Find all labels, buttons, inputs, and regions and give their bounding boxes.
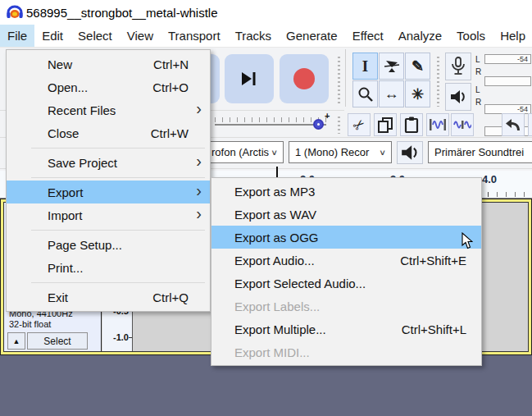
speaker-icon (400, 144, 420, 162)
menu-item-label: New (48, 57, 72, 71)
recording-meter-scale: -54 (517, 55, 528, 63)
menu-item-label: Page Setup... (48, 238, 122, 252)
copy-button[interactable] (374, 113, 397, 136)
menu-item-export-as-wav[interactable]: Export as WAV (211, 203, 481, 226)
scissors-icon: ✂ (349, 114, 369, 135)
zoom-tool-icon (357, 86, 374, 103)
toolbar-grip[interactable] (336, 53, 342, 105)
recording-meter-button[interactable] (445, 53, 471, 80)
menu-item-shortcut: Ctrl+N (153, 57, 200, 71)
trim-audio-button[interactable] (426, 113, 449, 136)
zoom-tool-button[interactable] (352, 80, 378, 107)
menu-item-save-project[interactable]: Save Project › (7, 151, 210, 174)
trim-audio-icon (429, 117, 447, 132)
menu-item-export-as-ogg[interactable]: Export as OGG (211, 226, 481, 249)
playback-device-combo[interactable]: Primärer Soundtrei (428, 141, 532, 163)
toolbar-grip[interactable] (435, 53, 441, 108)
file-menu: New Ctrl+N Open... Ctrl+O Recent Files ›… (6, 49, 211, 312)
menu-item-shortcut: Ctrl+W (151, 126, 200, 140)
playback-meter-button[interactable] (445, 83, 471, 111)
menubar-item-select[interactable]: Select (70, 25, 120, 47)
menu-item-print[interactable]: Print... (7, 256, 210, 279)
menu-item-exit[interactable]: Exit Ctrl+Q (7, 286, 210, 309)
draw-tool-button[interactable]: ✎ (405, 53, 430, 80)
undo-icon (504, 117, 522, 132)
menu-separator (31, 148, 205, 149)
menu-item-shortcut: Ctrl+Q (152, 290, 200, 304)
track-select-button[interactable]: Select (27, 332, 88, 350)
ruler-tick (129, 337, 132, 338)
chevron-down-icon: ∨ (379, 148, 386, 157)
menu-item-label: Export MIDI... (234, 345, 310, 359)
collapse-track-button[interactable]: ▲ (7, 332, 25, 350)
menubar-item-tracks[interactable]: Tracks (228, 25, 279, 47)
cut-button[interactable]: ✂ (348, 113, 371, 136)
menubar-item-edit[interactable]: Edit (34, 25, 70, 47)
playback-device-button[interactable] (397, 141, 423, 164)
menu-item-label: Open... (48, 80, 88, 94)
multi-tool-button[interactable]: ✳ (405, 80, 430, 107)
paste-button[interactable] (400, 113, 423, 136)
menubar-item-analyze[interactable]: Analyze (391, 25, 449, 47)
redo-button[interactable] (528, 113, 532, 136)
menu-item-import[interactable]: Import › (7, 203, 210, 226)
timeshift-tool-icon: ↔ (384, 85, 399, 103)
selection-tool-button[interactable]: I (352, 53, 378, 80)
menubar-item-help[interactable]: Help (493, 25, 532, 47)
recording-meter-right-bar[interactable] (484, 76, 531, 86)
recording-volume-ticks (215, 117, 326, 122)
menu-item-label: Export (48, 185, 83, 199)
toolbar-separator (345, 49, 346, 107)
menu-item-new[interactable]: New Ctrl+N (7, 53, 210, 75)
recording-volume-thumb[interactable] (313, 119, 324, 130)
recording-channels-value: 1 (Mono) Recor (295, 146, 369, 158)
menubar-item-tools[interactable]: Tools (449, 25, 493, 47)
record-icon (293, 68, 315, 89)
mouse-cursor (462, 232, 473, 249)
submenu-arrow-icon: › (196, 181, 202, 200)
menu-separator (31, 282, 205, 283)
recording-volume-slider[interactable] (215, 124, 326, 126)
recording-channels-combo[interactable]: 1 (Mono) Recor ∨ (289, 141, 392, 163)
record-button[interactable] (280, 54, 329, 103)
menu-item-export-audio[interactable]: Export Audio... Ctrl+Shift+E (211, 249, 481, 272)
envelope-tool-button[interactable] (379, 53, 404, 80)
playhead-marker[interactable] (276, 167, 278, 177)
menu-item-open[interactable]: Open... Ctrl+O (7, 75, 210, 98)
menu-item-shortcut: Ctrl+Shift+L (402, 322, 468, 336)
menu-item-export-as-mp3[interactable]: Export as MP3 (211, 180, 481, 203)
menubar-item-transport[interactable]: Transport (161, 25, 228, 47)
skip-to-end-button[interactable] (225, 54, 274, 103)
menubar-item-generate[interactable]: Generate (279, 25, 345, 47)
copy-icon (377, 117, 393, 133)
silence-audio-button[interactable] (451, 113, 474, 136)
multi-tool-icon: ✳ (412, 85, 424, 103)
menu-item-page-setup[interactable]: Page Setup... (7, 233, 210, 256)
submenu-arrow-icon: › (196, 204, 202, 223)
submenu-arrow-icon: › (196, 152, 202, 171)
select-button-label: Select (43, 336, 70, 347)
menu-item-export-midi: Export MIDI... (211, 341, 481, 363)
menu-item-export[interactable]: Export › (7, 181, 210, 203)
toolbar-grip[interactable] (336, 112, 342, 135)
timeshift-tool-button[interactable]: ↔ (379, 80, 404, 107)
menubar-item-file[interactable]: File (0, 25, 34, 47)
menu-separator (31, 230, 205, 231)
menu-item-export-multiple[interactable]: Export Multiple... Ctrl+Shift+L (211, 318, 481, 341)
menubar-item-effect[interactable]: Effect (345, 25, 391, 47)
audacity-logo-icon (7, 5, 23, 20)
menu-item-export-selected-audio[interactable]: Export Selected Audio... (211, 272, 481, 295)
ruler-label-bottom: -1.0 (113, 332, 129, 342)
menu-item-label: Exit (48, 290, 68, 304)
menu-item-recent-files[interactable]: Recent Files › (7, 98, 210, 121)
skip-to-end-icon (240, 71, 258, 87)
undo-button[interactable] (502, 113, 525, 136)
menu-item-shortcut: Ctrl+O (152, 80, 200, 94)
menu-item-shortcut: Ctrl+Shift+E (400, 254, 468, 267)
menu-item-label: Print... (48, 261, 83, 275)
menu-item-export-labels: Export Labels... (211, 295, 481, 318)
menu-item-label: Export Selected Audio... (234, 277, 366, 290)
menubar-item-view[interactable]: View (120, 25, 161, 47)
recording-meter-left-bar[interactable]: -54 (484, 54, 531, 64)
menu-item-close[interactable]: Close Ctrl+W (7, 121, 210, 144)
